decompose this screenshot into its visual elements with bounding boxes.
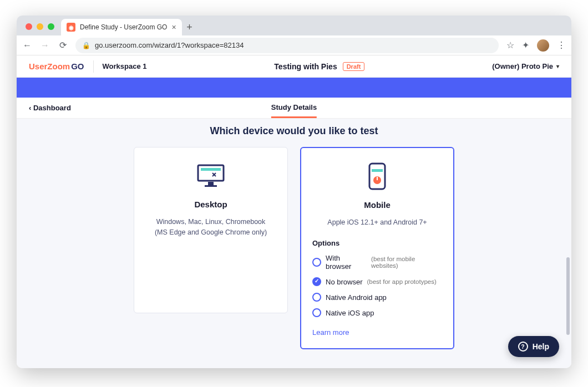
option-native-ios[interactable]: Native iOS app — [312, 308, 442, 317]
tab-title: Define Study - UserZoom GO — [80, 23, 167, 31]
logo-primary: UserZoom — [29, 62, 70, 71]
chevron-down-icon: ▾ — [556, 63, 559, 69]
profile-avatar-icon[interactable] — [537, 39, 549, 52]
option-hint: (best for app prototypes) — [367, 278, 436, 285]
mobile-options: Options With browser (best for mobile we… — [312, 239, 442, 337]
back-label: Dashboard — [33, 104, 71, 112]
extensions-icon[interactable]: ✦ — [522, 40, 529, 50]
draft-badge: Draft — [343, 62, 365, 71]
svg-rect-5 — [372, 169, 383, 172]
option-label: Native Android app — [326, 293, 387, 302]
study-title: Testing with Pies — [274, 62, 337, 71]
logo[interactable]: UserZoomGO — [29, 62, 84, 71]
main-content: Which device would you like to test Desk… — [17, 119, 571, 368]
logo-secondary: GO — [70, 62, 84, 71]
forward-icon[interactable]: → — [40, 40, 50, 50]
minimize-window-icon[interactable] — [37, 23, 43, 30]
radio-icon — [312, 293, 321, 302]
url-text: go.userzoom.com/wizard/1?workspace=82134 — [95, 41, 244, 49]
svg-rect-1 — [201, 168, 221, 171]
option-label: With browser — [326, 254, 367, 271]
svg-rect-2 — [208, 182, 214, 185]
close-window-icon[interactable] — [26, 23, 32, 30]
new-tab-button[interactable]: + — [182, 19, 197, 35]
desktop-desc-line1: Windows, Mac, Linux, Chromebook — [145, 217, 276, 227]
help-icon: ? — [518, 342, 528, 352]
chevron-left-icon: ‹ — [29, 104, 33, 112]
device-question: Which device would you like to test — [17, 125, 571, 137]
browser-tab[interactable]: ◉ Define Study - UserZoom GO × — [61, 19, 182, 35]
owner-dropdown[interactable]: (Owner) Proto Pie ▾ — [492, 62, 559, 70]
mobile-title: Mobile — [312, 200, 442, 210]
device-card-mobile[interactable]: Mobile Apple iOS 12.1+ and Android 7+ Op… — [300, 147, 454, 349]
mobile-desc: Apple iOS 12.1+ and Android 7+ — [312, 217, 442, 228]
radio-icon — [312, 308, 321, 317]
help-button[interactable]: ? Help — [508, 336, 559, 357]
address-bar: ← → ⟳ 🔒 go.userzoom.com/wizard/1?workspa… — [17, 35, 571, 55]
tab-strip: ◉ Define Study - UserZoom GO × + — [17, 16, 571, 35]
learn-more-link[interactable]: Learn more — [312, 328, 349, 337]
radio-icon — [312, 258, 321, 267]
option-label: No browser — [326, 278, 362, 286]
device-cards: Desktop Windows, Mac, Linux, Chromebook … — [17, 147, 571, 349]
divider — [93, 60, 94, 73]
url-input[interactable]: 🔒 go.userzoom.com/wizard/1?workspace=821… — [75, 38, 499, 53]
owner-label: (Owner) Proto Pie — [492, 62, 553, 70]
tab-close-icon[interactable]: × — [171, 23, 176, 32]
scrollbar[interactable] — [566, 257, 570, 335]
desktop-desc-line2: (MS Edge and Google Chrome only) — [145, 227, 276, 238]
option-label: Native iOS app — [326, 309, 374, 317]
lock-icon: 🔒 — [82, 42, 90, 49]
tab-study-details[interactable]: Study Details — [271, 98, 317, 118]
options-label: Options — [312, 239, 442, 247]
option-native-android[interactable]: Native Android app — [312, 293, 442, 302]
desktop-title: Desktop — [145, 200, 276, 209]
star-icon[interactable]: ☆ — [506, 40, 514, 50]
favicon-icon: ◉ — [67, 23, 75, 32]
header-center: Testing with Pies Draft — [156, 62, 484, 71]
kebab-menu-icon[interactable]: ⋮ — [557, 40, 566, 50]
option-with-browser[interactable]: With browser (best for mobile websites) — [312, 254, 442, 271]
mobile-icon — [312, 162, 442, 190]
back-to-dashboard-link[interactable]: ‹ Dashboard — [29, 104, 71, 112]
app-header: UserZoomGO Workspace 1 Testing with Pies… — [17, 55, 571, 78]
back-icon[interactable]: ← — [22, 40, 32, 50]
workspace-label[interactable]: Workspace 1 — [103, 62, 147, 70]
option-hint: (best for mobile websites) — [371, 256, 442, 269]
window-controls — [26, 23, 54, 30]
svg-rect-3 — [205, 185, 217, 187]
browser-window: ◉ Define Study - UserZoom GO × + ← → ⟳ 🔒… — [17, 16, 571, 368]
desktop-icon — [145, 162, 276, 190]
device-card-desktop[interactable]: Desktop Windows, Mac, Linux, Chromebook … — [134, 147, 288, 313]
browser-right-icons: ☆ ✦ ⋮ — [506, 39, 566, 52]
sub-header: ‹ Dashboard Study Details — [17, 98, 571, 119]
svg-rect-0 — [198, 165, 224, 181]
reload-icon[interactable]: ⟳ — [58, 40, 68, 50]
radio-checked-icon — [312, 277, 321, 286]
desktop-desc: Windows, Mac, Linux, Chromebook (MS Edge… — [145, 217, 276, 238]
maximize-window-icon[interactable] — [48, 23, 54, 30]
option-no-browser[interactable]: No browser (best for app prototypes) — [312, 277, 442, 286]
help-label: Help — [533, 342, 549, 351]
accent-bar — [17, 78, 571, 98]
